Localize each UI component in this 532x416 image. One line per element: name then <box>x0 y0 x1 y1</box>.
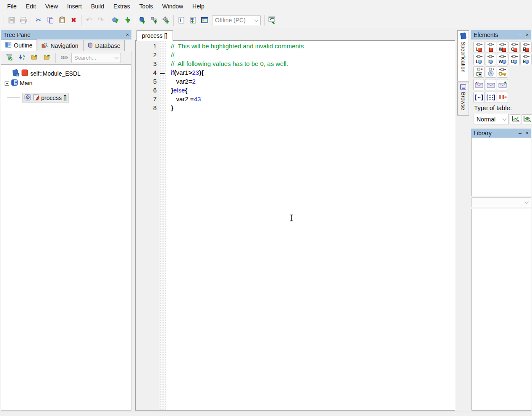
redo-button[interactable]: ↷ <box>95 14 106 26</box>
enum-variable-button[interactable]: E <box>520 42 532 53</box>
receive-message-button[interactable] <box>473 79 485 90</box>
enum-parameter-button[interactable]: E <box>520 54 532 65</box>
code-line[interactable]: 2// <box>136 51 455 60</box>
tab-navigation[interactable]: Navigation <box>37 40 83 51</box>
copy-button[interactable] <box>45 14 56 26</box>
logic-parameter-button[interactable]: L <box>473 54 485 65</box>
code-editor[interactable]: 1// This will be highlighted and invalid… <box>135 40 455 411</box>
code-line[interactable]: 4if(var1>23){ <box>136 69 455 78</box>
menu-bar: File Edit View Insert Build Extras Tools… <box>0 0 532 13</box>
continuous-variable-button[interactable]: C <box>508 42 520 53</box>
collapse-all-button[interactable] <box>42 53 52 63</box>
menu-insert[interactable]: Insert <box>63 1 86 11</box>
integer-parameter-button[interactable]: I <box>485 54 496 65</box>
distribution-button[interactable] <box>497 92 508 103</box>
menu-view[interactable]: View <box>41 1 63 11</box>
menu-edit[interactable]: Edit <box>21 1 41 11</box>
print-button[interactable] <box>18 14 29 26</box>
characteristic-map-button[interactable] <box>521 114 532 124</box>
tree-item-process[interactable]: process [] <box>22 93 69 103</box>
module-book-icon: E <box>12 69 19 78</box>
cut-button[interactable]: ✂ <box>33 14 44 26</box>
menu-tools[interactable]: Tools <box>135 1 158 11</box>
code-lines[interactable]: 1// This will be highlighted and invalid… <box>136 42 455 113</box>
svg-text:E: E <box>17 74 18 76</box>
integer-variable-button[interactable]: I <box>485 42 496 53</box>
sort-az-button[interactable]: AZ <box>16 53 27 63</box>
system-constant-button[interactable] <box>485 66 496 78</box>
menu-extras[interactable]: Extras <box>109 1 135 11</box>
import-data-button[interactable] <box>187 14 199 26</box>
paste-button[interactable] <box>56 14 68 26</box>
filter-button[interactable] <box>4 53 15 63</box>
close-icon[interactable]: × <box>526 131 529 135</box>
characteristic-map-icon <box>523 115 531 124</box>
elements-panel-title: Elements <box>474 32 498 38</box>
outline-icon <box>5 42 11 49</box>
code-line[interactable]: 3// All following values has to be 0, as… <box>136 60 455 69</box>
expand-all-button[interactable] <box>29 53 40 63</box>
word-variable-button[interactable]: W <box>497 42 508 53</box>
chevron-down-icon <box>254 18 259 22</box>
tab-outline[interactable]: Outline <box>1 39 37 51</box>
line-number: 6 <box>136 87 157 94</box>
menu-build[interactable]: Build <box>86 1 109 11</box>
menu-file[interactable]: File <box>3 1 21 11</box>
matrix-button[interactable] <box>485 92 496 103</box>
navigation-icon <box>42 42 48 49</box>
code-line[interactable]: 1// This will be highlighted and invalid… <box>136 42 455 51</box>
minimize-icon[interactable]: – <box>519 33 522 37</box>
check-component-button[interactable] <box>110 14 121 26</box>
expand-all-icon <box>31 54 38 62</box>
toolbar-grip[interactable] <box>2 15 3 25</box>
save-button[interactable] <box>6 14 17 26</box>
message-button[interactable] <box>485 79 496 90</box>
close-icon[interactable]: × <box>526 33 529 37</box>
constant-button[interactable]: C <box>473 66 485 78</box>
close-icon[interactable]: × <box>126 33 129 37</box>
send-message-button[interactable] <box>497 79 508 90</box>
open-specification-button[interactable] <box>176 14 187 26</box>
minimize-icon[interactable]: – <box>519 131 522 135</box>
array-button[interactable] <box>473 92 485 103</box>
library-detail-list[interactable] <box>472 209 531 411</box>
add-database-button[interactable] <box>137 14 148 26</box>
apply-check-button[interactable] <box>122 14 133 26</box>
find-button[interactable] <box>59 53 70 63</box>
tab-database[interactable]: Database <box>83 40 125 51</box>
code-line[interactable]: 7 var2 =43 <box>136 95 455 104</box>
menu-window[interactable]: Window <box>157 1 188 11</box>
code-line[interactable]: 5 var2=2 <box>136 78 455 87</box>
tree-item-module[interactable]: E self::Module_ESDL <box>12 69 81 78</box>
library-combo[interactable] <box>472 197 531 207</box>
book-icon <box>460 32 466 39</box>
key-constant-button[interactable] <box>497 66 508 78</box>
code-line[interactable]: 8} <box>136 104 455 113</box>
edit-clipboard-icon <box>33 94 39 102</box>
editor-tab-process[interactable]: process [] <box>136 30 173 41</box>
table-type-combo[interactable]: Normal <box>474 114 509 124</box>
collapse-expander-icon[interactable] <box>5 81 9 86</box>
side-tab-specification[interactable]: Specification <box>457 30 469 82</box>
logic-variable-button[interactable]: L <box>473 42 485 53</box>
word-parameter-button[interactable]: W <box>497 54 508 65</box>
target-combo[interactable]: Offline (PC) <box>212 15 261 25</box>
undo-button[interactable]: ↶ <box>83 14 94 26</box>
add-class-button[interactable] <box>160 14 172 26</box>
tree-view[interactable]: E self::Module_ESDL Main process [] <box>1 64 131 411</box>
add-container-button[interactable] <box>149 14 160 26</box>
side-tab-browse[interactable]: Browse <box>457 82 469 116</box>
characteristic-line-button[interactable] <box>510 114 521 124</box>
tree-editor-splitter[interactable] <box>131 29 134 411</box>
library-list[interactable] <box>472 138 531 196</box>
code-text: // This will be highlighted and invalid … <box>171 42 304 50</box>
continuous-parameter-button[interactable]: C <box>508 54 520 65</box>
menu-help[interactable]: Help <box>188 1 209 11</box>
delete-button[interactable]: ✖ <box>68 14 79 26</box>
code-line[interactable]: 6}else{ <box>136 87 455 95</box>
fold-collapse-icon[interactable] <box>160 73 165 74</box>
open-dialog-button[interactable] <box>199 14 210 26</box>
search-input[interactable]: Search... <box>71 53 121 63</box>
reconnect-experiment-button[interactable] <box>266 14 278 26</box>
tree-item-main[interactable]: Main <box>5 79 32 87</box>
